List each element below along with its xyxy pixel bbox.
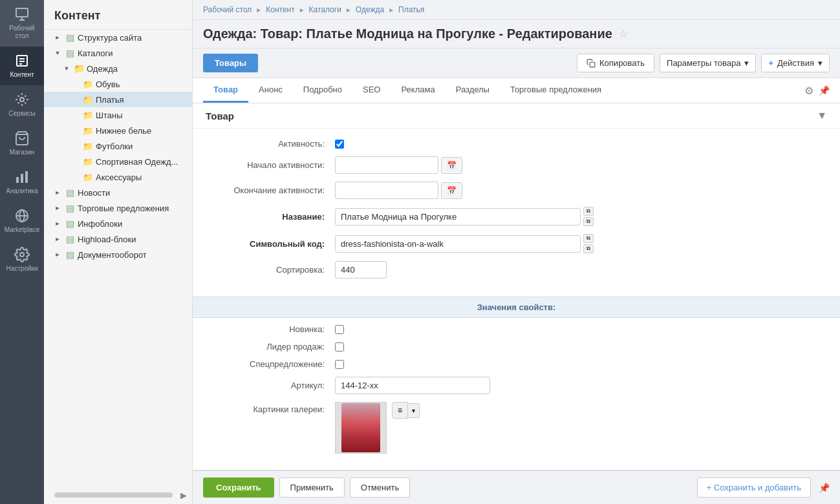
tree-item-highload[interactable]: ► ▤ Highload-блоки (44, 231, 192, 247)
actions-button[interactable]: + Действия ▾ (761, 54, 830, 72)
tree-item-infoblocks[interactable]: ► ▤ Инфоблоки (44, 216, 192, 231)
novelty-checkbox-wrap (335, 325, 344, 334)
name-input[interactable] (335, 208, 581, 226)
tab-product[interactable]: Товар (203, 78, 248, 103)
props-header: Значения свойств: (193, 297, 840, 318)
leader-row: Лидер продаж: (206, 342, 827, 352)
start-label: Начало активности: (206, 160, 335, 170)
gallery-row: Картинки галереи: ≡ ▾ (206, 402, 827, 454)
code-input[interactable] (335, 235, 581, 253)
start-date-input[interactable] (335, 156, 438, 174)
sort-label: Сортировка: (206, 265, 335, 275)
tree-arrow-shoes (71, 79, 80, 89)
tab-pin-icon[interactable]: 📌 (819, 85, 830, 96)
tree-item-sportswear[interactable]: 📁 Спортивная Одежд... (44, 154, 192, 169)
code-row: Символьный код: ⧉ ⧉ (206, 234, 827, 253)
sidebar-item-marketplace[interactable]: Marketplace (0, 202, 44, 240)
novelty-checkbox[interactable] (335, 325, 344, 334)
apply-button[interactable]: Применить (279, 478, 345, 498)
tree-item-tshirts[interactable]: 📁 Футболки (44, 138, 192, 154)
tree-scroll-right[interactable]: ▶ (180, 490, 187, 500)
form-body: Активность: Начало активности: 📅 Окончан… (193, 129, 840, 297)
end-date-input[interactable] (335, 182, 438, 199)
tree-arrow-highload: ► (53, 235, 62, 244)
star-icon[interactable]: ☆ (619, 28, 628, 40)
article-row: Артикул: (206, 377, 827, 394)
icon-sidebar: Рабочий стол Контент Сервисы Магазин Ана… (0, 0, 44, 504)
tree-arrow-pants (71, 110, 80, 120)
breadcrumb-clothes[interactable]: Одежда (356, 5, 384, 14)
tree-item-catalogs[interactable]: ▼ ▤ Каталоги (44, 45, 192, 61)
activity-checkbox[interactable] (335, 140, 344, 149)
tree-arrow-infoblocks: ► (53, 219, 62, 228)
section-collapse-icon[interactable]: ▼ (817, 110, 827, 121)
tab-trade[interactable]: Торговые предложения (500, 78, 612, 103)
tab-anons[interactable]: Анонс (248, 78, 293, 103)
tree-scrollbar[interactable] (54, 492, 173, 498)
tree-item-offers[interactable]: ► ▤ Торговые предложения (44, 200, 192, 216)
sidebar-item-desktop[interactable]: Рабочий стол (0, 0, 44, 47)
props-body: Новинка: Лидер продаж: Спецпредложение: (193, 318, 840, 468)
bottom-pin-icon[interactable]: 📌 (819, 483, 830, 493)
start-date-btn[interactable]: 📅 (441, 157, 462, 174)
tree-item-docflow[interactable]: ► ▤ Документооборот (44, 247, 192, 262)
tree-item-shoes[interactable]: 📁 Обувь (44, 76, 192, 92)
leader-checkbox-wrap (335, 342, 344, 352)
breadcrumb-desktop[interactable]: Рабочий стол (203, 5, 252, 14)
tree-item-structure[interactable]: ► ▤ Структура сайта (44, 30, 192, 45)
goods-button[interactable]: Товары (203, 54, 258, 72)
tree-arrow-accessories (71, 173, 80, 182)
sidebar-item-services[interactable]: Сервисы (0, 85, 44, 124)
save-button[interactable]: Сохранить (203, 478, 274, 498)
special-checkbox-wrap (335, 360, 344, 369)
breadcrumb-dresses[interactable]: Платья (398, 5, 424, 14)
tab-seo[interactable]: SEO (352, 78, 391, 103)
tree-arrow-news: ► (53, 188, 62, 197)
special-checkbox[interactable] (335, 360, 344, 369)
end-label: Окончание активности: (206, 185, 335, 195)
breadcrumb-catalogs[interactable]: Каталоги (309, 5, 341, 14)
tree-item-accessories[interactable]: 📁 Аксессуары (44, 169, 192, 185)
novelty-label: Новинка: (206, 324, 335, 334)
end-date-btn[interactable]: 📅 (441, 182, 462, 199)
tree-item-pants[interactable]: 📁 Штаны (44, 107, 192, 123)
bottom-bar: Сохранить Применить Отменить + Сохранить… (193, 470, 840, 504)
copy-button[interactable]: Копировать (577, 54, 654, 72)
code-copy-btn-top[interactable]: ⧉ (583, 234, 594, 243)
tree-item-news[interactable]: ► ▤ Новости (44, 185, 192, 200)
tree-item-dresses[interactable]: 📁 Платья (44, 92, 192, 107)
tree-icon-underwear: 📁 (83, 125, 93, 136)
tree-item-underwear[interactable]: 📁 Нижнее белье (44, 123, 192, 138)
section-header: Товар ▼ (193, 103, 840, 129)
params-button[interactable]: Параметры товара ▾ (660, 54, 756, 72)
start-activity-row: Начало активности: 📅 (206, 156, 827, 174)
tab-sections[interactable]: Разделы (446, 78, 500, 103)
article-input[interactable] (335, 377, 490, 394)
name-copy-btn-bot[interactable]: ⧉ (583, 217, 594, 226)
gallery-menu-btn[interactable]: ≡ (392, 402, 408, 419)
breadcrumb-content[interactable]: Контент (266, 5, 294, 14)
tab-detail[interactable]: Подробно (293, 78, 352, 103)
sidebar-item-content[interactable]: Контент (0, 47, 44, 85)
tab-ads[interactable]: Реклама (391, 78, 446, 103)
start-date-wrap: 📅 (335, 156, 462, 174)
section-title: Товар (206, 110, 234, 121)
tab-gear-icon[interactable]: ⚙ (804, 85, 813, 97)
svg-rect-0 (16, 8, 28, 17)
tree-item-clothes[interactable]: ▼ 📁 Одежда (44, 61, 192, 76)
sort-input[interactable] (335, 261, 387, 278)
sidebar-item-analytics[interactable]: Аналитика (0, 163, 44, 202)
sidebar-item-settings[interactable]: Настройки (0, 240, 44, 279)
name-copy-btn-top[interactable]: ⧉ (583, 207, 594, 216)
cancel-button[interactable]: Отменить (350, 478, 410, 498)
gallery-arrow-btn[interactable]: ▾ (408, 403, 420, 418)
code-copy-btn-bot[interactable]: ⧉ (583, 244, 594, 253)
tree-icon-pants: 📁 (83, 110, 93, 120)
svg-rect-14 (590, 62, 595, 67)
leader-checkbox[interactable] (335, 342, 344, 352)
save-add-button[interactable]: + Сохранить и добавить (697, 478, 811, 498)
tree-arrow-dresses (71, 95, 80, 104)
sidebar-item-shop[interactable]: Магазин (0, 124, 44, 163)
tree-arrow-underwear (71, 126, 80, 135)
name-copy-btns: ⧉ ⧉ (583, 207, 594, 226)
